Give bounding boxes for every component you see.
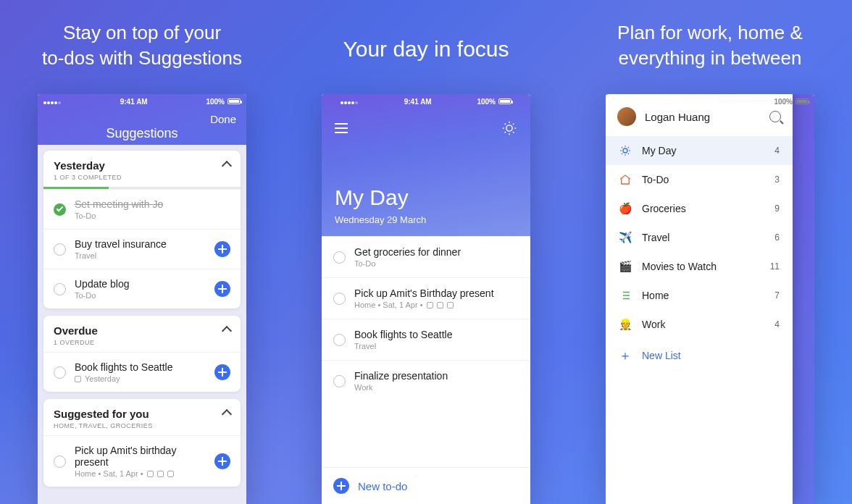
checkbox-empty-icon[interactable] bbox=[54, 455, 66, 468]
profile-name: Logan Huang bbox=[645, 111, 710, 123]
section-header[interactable]: Suggested for you HOME, TRAVEL, GROCERIE… bbox=[43, 399, 241, 435]
lightbulb-icon[interactable] bbox=[501, 120, 517, 136]
task-subtitle: Work bbox=[354, 383, 519, 392]
sidebar-item-count: 11 bbox=[770, 261, 780, 272]
menu-button[interactable] bbox=[335, 123, 348, 133]
sidebar-item-todo[interactable]: To-Do 3 bbox=[606, 165, 793, 194]
task-row[interactable]: Pick up Amit's Birthday present Home • S… bbox=[322, 277, 530, 319]
task-row[interactable]: Book flights to Seattle Travel bbox=[322, 319, 530, 360]
checkbox-empty-icon[interactable] bbox=[54, 283, 66, 295]
done-button[interactable]: Done bbox=[210, 113, 236, 125]
task-title: Set meeting with Jo bbox=[75, 198, 230, 210]
new-todo-label: New to-do bbox=[358, 480, 407, 492]
svg-point-0 bbox=[506, 125, 512, 131]
new-list-button[interactable]: ＋ New List bbox=[606, 339, 793, 372]
list-icon bbox=[619, 289, 632, 302]
apple-icon: 🍎 bbox=[619, 202, 632, 215]
status-bar: 9:41 AM 100% bbox=[38, 94, 246, 109]
status-time: 9:41 AM bbox=[404, 98, 432, 106]
checkbox-empty-icon[interactable] bbox=[333, 293, 346, 305]
signal-icon bbox=[341, 98, 359, 106]
sidebar-item-label: Groceries bbox=[642, 203, 686, 214]
task-row[interactable]: Get groceries for dinner To-Do bbox=[322, 236, 530, 277]
sun-icon bbox=[619, 144, 632, 157]
task-subtitle: Yesterday bbox=[75, 374, 206, 383]
signal-icon bbox=[43, 98, 62, 106]
task-row[interactable]: Pick up Amit's birthday present Home • S… bbox=[43, 435, 241, 487]
home-icon bbox=[619, 173, 632, 186]
status-battery-pct: 100% bbox=[206, 98, 225, 106]
plus-icon: ＋ bbox=[619, 349, 632, 362]
checkbox-checked-icon[interactable] bbox=[54, 203, 66, 216]
sidebar-item-home[interactable]: Home 7 bbox=[606, 281, 793, 310]
status-bar: 9:41 AM 100% bbox=[335, 94, 517, 109]
chevron-up-icon bbox=[222, 409, 232, 419]
battery-icon bbox=[227, 98, 241, 104]
sidebar-item-movies[interactable]: 🎬 Movies to Watch 11 bbox=[606, 252, 793, 281]
task-subtitle: Travel bbox=[75, 251, 206, 260]
heading-plan: Plan for work, home & everything in betw… bbox=[568, 20, 852, 71]
sidebar-item-label: To-Do bbox=[642, 174, 669, 185]
checkbox-empty-icon[interactable] bbox=[333, 251, 346, 264]
sidebar-item-my-day[interactable]: My Day 4 bbox=[606, 136, 793, 165]
add-button[interactable] bbox=[214, 364, 230, 380]
task-title: Book flights to Seattle bbox=[354, 329, 519, 340]
battery-icon bbox=[795, 98, 809, 104]
page-title: My Day bbox=[335, 185, 517, 210]
section-overdue: Overdue 1 OVERDUE Book flights to Seattl… bbox=[43, 316, 241, 392]
task-row[interactable]: Update blog To-Do bbox=[43, 269, 241, 308]
sidebar-item-groceries[interactable]: 🍎 Groceries 9 bbox=[606, 194, 793, 223]
sidebar-item-travel[interactable]: ✈️ Travel 6 bbox=[606, 223, 793, 252]
task-row[interactable]: Book flights to Seattle Yesterday bbox=[43, 352, 241, 392]
sidebar-item-count: 4 bbox=[774, 146, 780, 156]
add-button[interactable] bbox=[214, 281, 230, 297]
section-subtitle: HOME, TRAVEL, GROCERIES bbox=[54, 422, 153, 429]
section-header[interactable]: Yesterday 1 OF 3 COMPLETED bbox=[43, 151, 241, 187]
section-title: Suggested for you bbox=[54, 408, 153, 420]
task-title: Pick up Amit's Birthday present bbox=[354, 287, 519, 299]
status-time: 9:41 AM bbox=[120, 98, 148, 106]
chevron-up-icon bbox=[222, 161, 232, 171]
task-subtitle: Home • Sat, 1 Apr • bbox=[354, 301, 519, 309]
new-todo-button[interactable]: New to-do bbox=[322, 467, 530, 504]
page-date: Wednesday 29 March bbox=[335, 214, 517, 225]
battery-icon bbox=[498, 98, 511, 104]
section-suggested: Suggested for you HOME, TRAVEL, GROCERIE… bbox=[43, 399, 241, 487]
checkbox-empty-icon[interactable] bbox=[54, 243, 66, 256]
calendar-icon bbox=[75, 376, 81, 382]
add-button[interactable] bbox=[214, 453, 230, 469]
checkbox-empty-icon[interactable] bbox=[54, 366, 66, 379]
task-subtitle: Travel bbox=[354, 342, 519, 350]
checkbox-empty-icon[interactable] bbox=[333, 334, 346, 346]
screenshot-suggestions: 9:41 AM 100% Suggestions Done Yesterday … bbox=[38, 94, 246, 504]
status-battery-pct: 100% bbox=[477, 98, 496, 106]
screenshot-my-day: 9:41 AM 100% My Day Wednesday 29 March G… bbox=[322, 94, 530, 504]
task-subtitle: To-Do bbox=[75, 211, 230, 220]
svg-point-1 bbox=[623, 148, 627, 153]
task-row[interactable]: Finalize presentation Work bbox=[322, 360, 530, 401]
search-icon[interactable] bbox=[769, 111, 781, 122]
section-title: Overdue bbox=[54, 324, 98, 337]
new-list-label: New List bbox=[642, 350, 681, 361]
heading-my-day: Your day in focus bbox=[284, 35, 568, 64]
checkbox-empty-icon[interactable] bbox=[333, 375, 346, 387]
section-header[interactable]: Overdue 1 OVERDUE bbox=[43, 316, 241, 352]
task-subtitle: Home • Sat, 1 Apr • bbox=[75, 469, 206, 478]
heading-suggestions: Stay on top of your to-dos with Suggesti… bbox=[0, 20, 284, 71]
task-row[interactable]: Set meeting with Jo To-Do bbox=[43, 189, 241, 229]
chevron-up-icon bbox=[222, 326, 232, 336]
calendar-icon bbox=[427, 302, 433, 308]
add-button[interactable] bbox=[214, 241, 230, 257]
task-title: Get groceries for dinner bbox=[354, 246, 519, 258]
section-subtitle: 1 OVERDUE bbox=[54, 339, 98, 346]
screenshot-sidebar: 100% Logan Huang My Day 4 To-Do 3 🍎 Groc… bbox=[606, 94, 814, 504]
plus-icon bbox=[333, 478, 349, 494]
task-title: Finalize presentation bbox=[354, 370, 519, 382]
sidebar-item-count: 9 bbox=[774, 203, 780, 214]
sidebar-item-count: 4 bbox=[774, 319, 780, 329]
task-title: Pick up Amit's birthday present bbox=[75, 445, 206, 468]
status-battery-pct: 100% bbox=[774, 98, 793, 106]
task-row[interactable]: Buy travel insurance Travel bbox=[43, 229, 241, 269]
task-title: Book flights to Seattle bbox=[75, 361, 206, 373]
sidebar-item-work[interactable]: 👷 Work 4 bbox=[606, 310, 793, 339]
